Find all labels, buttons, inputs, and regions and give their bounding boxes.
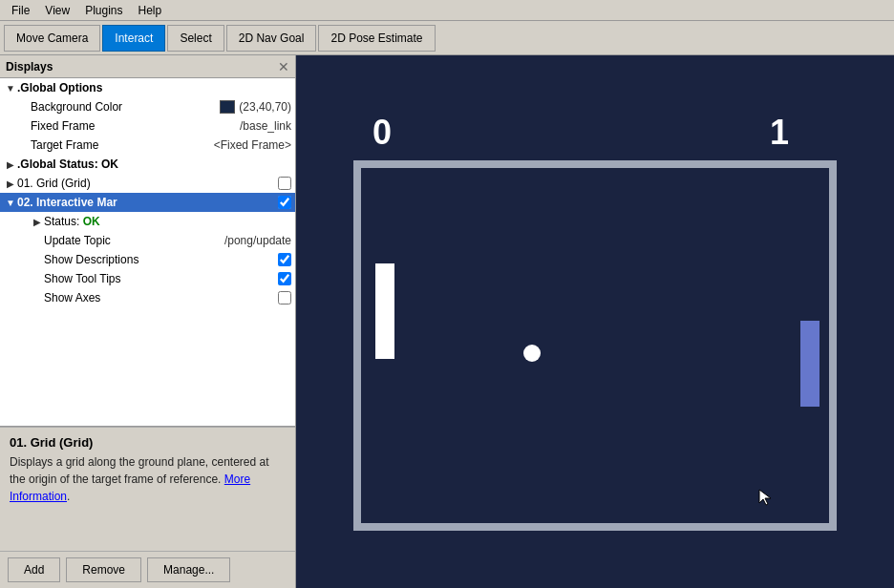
score-right: 1 bbox=[770, 113, 789, 153]
show-descriptions-label: Show Descriptions bbox=[44, 253, 278, 266]
manage-btn[interactable]: Manage... bbox=[147, 557, 230, 582]
show-descriptions-row[interactable]: Show Descriptions bbox=[0, 250, 295, 269]
paddle-left bbox=[375, 263, 394, 359]
global-options-expander[interactable]: ▼ bbox=[4, 81, 17, 94]
global-status-label: .Global Status: OK bbox=[17, 158, 295, 171]
main-layout: Displays ✕ ▼ .Global Options Background … bbox=[0, 55, 894, 588]
menubar: File View Plugins Help bbox=[0, 0, 894, 21]
view-menu[interactable]: View bbox=[37, 2, 77, 19]
pose-estimate-btn[interactable]: 2D Pose Estimate bbox=[318, 25, 435, 52]
background-color-swatch[interactable] bbox=[220, 100, 235, 114]
left-panel: Displays ✕ ▼ .Global Options Background … bbox=[0, 55, 296, 588]
bottom-buttons: Add Remove Manage... bbox=[0, 551, 295, 588]
info-description: Displays a grid along the ground plane, … bbox=[10, 453, 286, 505]
info-panel: 01. Grid (Grid) Displays a grid along th… bbox=[0, 427, 295, 551]
show-tooltips-row[interactable]: Show Tool Tips bbox=[0, 269, 295, 288]
show-tooltips-label: Show Tool Tips bbox=[44, 272, 278, 285]
update-topic-label: Update Topic bbox=[44, 234, 224, 247]
file-menu[interactable]: File bbox=[4, 2, 37, 19]
target-frame-value: <Fixed Frame> bbox=[214, 138, 295, 152]
background-color-row[interactable]: Background Color (23,40,70) bbox=[0, 97, 295, 116]
fixed-frame-label: Fixed Frame bbox=[31, 119, 240, 133]
interact-btn[interactable]: Interact bbox=[102, 25, 165, 52]
move-camera-btn[interactable]: Move Camera bbox=[4, 25, 100, 52]
show-axes-label: Show Axes bbox=[44, 291, 278, 304]
show-axes-row[interactable]: Show Axes bbox=[0, 288, 295, 307]
grid-checkbox[interactable] bbox=[278, 177, 291, 190]
paddle-right bbox=[800, 321, 820, 407]
interactive-markers-checkbox[interactable] bbox=[278, 196, 291, 209]
tree-panel[interactable]: ▼ .Global Options Background Color (23,4… bbox=[0, 78, 295, 427]
global-status-expander[interactable]: ▶ bbox=[4, 158, 17, 171]
interactive-markers-label: 02. Interactive Mar bbox=[17, 196, 278, 209]
pong-area bbox=[353, 160, 837, 531]
cursor-indicator bbox=[757, 488, 777, 507]
background-color-label: Background Color bbox=[31, 100, 220, 114]
target-frame-row[interactable]: Target Frame <Fixed Frame> bbox=[0, 136, 295, 155]
im-status-row[interactable]: ▶ Status: OK bbox=[0, 212, 295, 231]
update-topic-value: /pong/update bbox=[224, 234, 295, 247]
target-frame-label: Target Frame bbox=[31, 138, 214, 152]
displays-header: Displays ✕ bbox=[0, 55, 295, 78]
update-topic-row[interactable]: Update Topic /pong/update bbox=[0, 231, 295, 250]
remove-btn[interactable]: Remove bbox=[66, 557, 141, 582]
im-status-expander[interactable]: ▶ bbox=[31, 215, 44, 228]
grid-expander[interactable]: ▶ bbox=[4, 177, 17, 190]
displays-title: Displays bbox=[6, 60, 53, 74]
grid-row[interactable]: ▶ 01. Grid (Grid) bbox=[0, 174, 295, 193]
grid-label: 01. Grid (Grid) bbox=[17, 177, 278, 190]
fixed-frame-row[interactable]: Fixed Frame /base_link bbox=[0, 116, 295, 136]
svg-marker-0 bbox=[759, 490, 771, 505]
interactive-markers-row[interactable]: ▼ 02. Interactive Mar bbox=[0, 193, 295, 212]
fixed-frame-value: /base_link bbox=[240, 119, 295, 133]
show-axes-checkbox[interactable] bbox=[278, 291, 291, 304]
nav-goal-btn[interactable]: 2D Nav Goal bbox=[226, 25, 317, 52]
show-tooltips-checkbox[interactable] bbox=[278, 272, 291, 285]
ball bbox=[523, 345, 541, 362]
3d-viewport[interactable]: 0 1 bbox=[296, 55, 894, 588]
im-status-label: Status: OK bbox=[44, 215, 295, 228]
plugins-menu[interactable]: Plugins bbox=[77, 2, 130, 19]
background-color-value: (23,40,70) bbox=[239, 100, 295, 114]
help-menu[interactable]: Help bbox=[131, 2, 170, 19]
interactive-markers-expander[interactable]: ▼ bbox=[4, 196, 17, 209]
select-btn[interactable]: Select bbox=[167, 25, 224, 52]
show-descriptions-checkbox[interactable] bbox=[278, 253, 291, 266]
toolbar: Move Camera Interact Select 2D Nav Goal … bbox=[0, 21, 894, 55]
info-title: 01. Grid (Grid) bbox=[10, 435, 286, 450]
global-options-row[interactable]: ▼ .Global Options bbox=[0, 78, 295, 97]
global-options-label: .Global Options bbox=[17, 81, 295, 94]
add-btn[interactable]: Add bbox=[8, 557, 60, 582]
score-left: 0 bbox=[372, 113, 392, 153]
global-status-row[interactable]: ▶ .Global Status: OK bbox=[0, 155, 295, 174]
displays-close-icon[interactable]: ✕ bbox=[278, 59, 289, 74]
